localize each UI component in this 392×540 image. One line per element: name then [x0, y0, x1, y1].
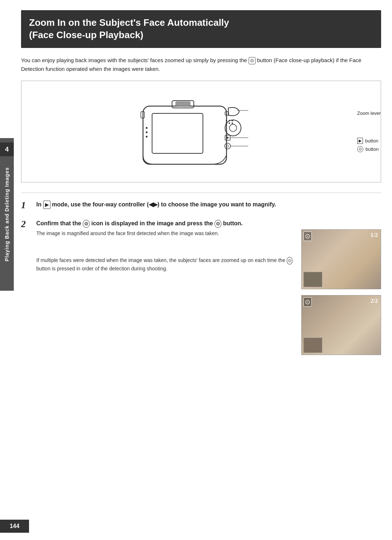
divider [21, 193, 381, 193]
step-2-desc-text: The image is magnified around the face f… [36, 229, 294, 237]
svg-point-10 [229, 122, 230, 124]
chapter-label: Playing Back and Deleting Images [4, 167, 10, 261]
svg-point-17 [146, 131, 148, 133]
chapter-number: 4 [0, 142, 14, 156]
step-2-content: Confirm that the ⊙ icon is displayed in … [36, 219, 381, 355]
face-icon-title-2: ⊙ [215, 220, 221, 228]
svg-point-6 [226, 120, 227, 121]
photo-1-icon: ⊙ [303, 231, 312, 241]
face-button-label: ⊙ button [357, 146, 379, 152]
step-2-images: ⊙ 1/2 ⊙ 2/2 [301, 229, 381, 355]
svg-marker-13 [226, 136, 229, 139]
svg-point-11 [232, 122, 233, 124]
photo-2-thumb [303, 338, 322, 353]
photo-2-icon: ⊙ [303, 297, 312, 307]
step-1-number: 1 [21, 200, 31, 211]
step-2: 2 Confirm that the ⊙ icon is displayed i… [21, 219, 381, 355]
step-2-extra-text: If multiple faces were detected when the… [36, 256, 294, 273]
page-number: 144 [0, 520, 29, 533]
step-1-content: In ▶ mode, use the four-way controller (… [36, 200, 381, 211]
face-button-symbol-intro: ⊙ [249, 57, 256, 64]
photo-frame-1: ⊙ 1/2 [301, 229, 381, 289]
step-2-description: The image is magnified around the face f… [36, 229, 294, 273]
svg-point-18 [146, 136, 148, 137]
svg-rect-3 [176, 102, 190, 106]
camera-diagram-box: Zoom lever ▶ button ⊙ button [21, 81, 381, 182]
svg-point-14 [225, 143, 230, 149]
intro-paragraph: You can enjoy playing back images with t… [21, 56, 381, 73]
photo-frame-2: ⊙ 2/2 [301, 295, 381, 355]
play-mode-icon: ▶ [43, 201, 50, 209]
svg-point-5 [229, 124, 237, 132]
play-button-label: ▶ button [357, 138, 378, 144]
svg-point-16 [146, 127, 148, 129]
step-1: 1 In ▶ mode, use the four-way controller… [21, 200, 381, 211]
step-2-title: Confirm that the ⊙ icon is displayed in … [36, 219, 381, 228]
main-content: Zoom In on the Subject's Face Automatica… [21, 0, 381, 355]
svg-point-8 [232, 120, 233, 121]
zoom-lever-label: Zoom lever [357, 110, 381, 116]
step-2-number: 2 [21, 219, 31, 230]
photo-2-count: 2/2 [371, 298, 378, 304]
svg-rect-0 [143, 106, 226, 164]
step-1-title: In ▶ mode, use the four-way controller (… [36, 200, 381, 209]
svg-point-4 [225, 120, 241, 136]
photo-1-count: 1/2 [371, 232, 378, 238]
steps-section: 1 In ▶ mode, use the four-way controller… [21, 200, 381, 355]
chapter-tab: 4 Playing Back and Deleting Images [0, 138, 14, 291]
page-title-block: Zoom In on the Subject's Face Automatica… [21, 10, 381, 48]
svg-point-7 [229, 120, 230, 121]
photo-1-thumb [303, 272, 322, 287]
face-icon-inline: ⊙ [287, 257, 293, 265]
step-2-body: The image is magnified around the face f… [36, 229, 381, 355]
face-icon-title: ⊙ [83, 220, 90, 228]
svg-point-9 [226, 122, 227, 124]
svg-rect-1 [152, 113, 203, 153]
page-title: Zoom In on the Subject's Face Automatica… [29, 17, 373, 41]
camera-illustration [132, 92, 248, 172]
camera-diagram: Zoom lever ▶ button ⊙ button [132, 92, 285, 172]
